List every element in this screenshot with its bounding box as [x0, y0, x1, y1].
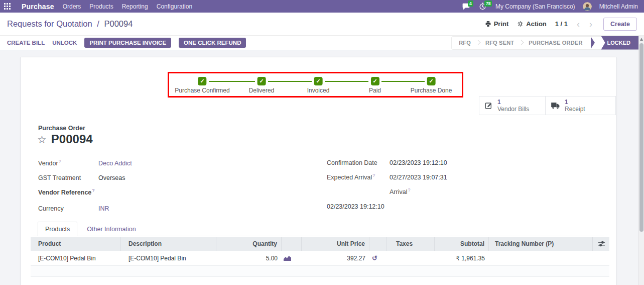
vertical-scrollbar[interactable] [638, 36, 644, 285]
gst-treatment-value[interactable]: Overseas [98, 174, 125, 181]
user-menu[interactable]: Mitchell Admin [599, 3, 638, 10]
form-sheet: ✓ Purchase Confirmed ✓ Delivered ✓ Invoi… [21, 57, 616, 285]
tracker-step-label: Paid [369, 87, 381, 94]
field-currency: Currency INR [38, 201, 309, 216]
order-lines-table: Product Description Quantity Unit Price … [31, 237, 609, 277]
create-button[interactable]: Create [603, 18, 637, 31]
header-quantity-icon-col [282, 237, 302, 251]
field-vendor: Vendor? Deco Addict [38, 156, 309, 170]
receipt-stat-button[interactable]: 1 Receipt [545, 96, 616, 115]
pager-next-icon[interactable]: › [589, 20, 593, 29]
breadcrumb: Requests for Quotation / P00094 [7, 19, 133, 29]
header-description[interactable]: Description [121, 237, 216, 251]
document-type-label: Purchase Order [38, 125, 85, 132]
tracker-line [325, 81, 368, 82]
status-purchase-order[interactable]: PURCHASE ORDER [529, 40, 582, 46]
action-button[interactable]: Action [517, 20, 546, 28]
print-label: Print [494, 20, 509, 28]
vendor-bills-label: Vendor Bills [497, 106, 529, 113]
control-panel-actions: Print Action 1 / 1 ‹ › Create [485, 18, 637, 31]
chevron-right-icon [476, 40, 481, 45]
favorite-star-icon[interactable]: ☆ [37, 134, 47, 145]
tracker-step-delivered[interactable]: ✓ Delivered [249, 73, 275, 94]
status-rfq[interactable]: RFQ [459, 40, 471, 46]
table-row: [E-COM10] Pedal Bin [E-COM10] Pedal Bin … [31, 251, 609, 266]
breadcrumb-current: P00094 [104, 19, 133, 28]
cell-product[interactable]: [E-COM10] Pedal Bin [31, 255, 121, 262]
tracker-step-purchase-done[interactable]: ✓ Purchase Done [411, 73, 452, 94]
unlock-button[interactable]: UNLOCK [52, 40, 77, 46]
tracker-step-label: Invoiced [307, 87, 330, 94]
print-button[interactable]: Print [485, 20, 509, 28]
scrollbar-thumb[interactable] [639, 43, 643, 232]
header-product[interactable]: Product [31, 237, 121, 251]
header-subtotal[interactable]: Subtotal [435, 237, 489, 251]
print-purchase-invoice-button[interactable]: PRINT PURCHASE INVOICE [84, 38, 171, 48]
menu-orders[interactable]: Orders [63, 3, 81, 10]
activities-button[interactable]: 78 [479, 2, 488, 11]
extra-datetime-value[interactable]: 02/23/2023 19:12:10 [327, 203, 384, 210]
field-group-left: Vendor? Deco Addict GST Treatment Overse… [38, 156, 309, 216]
status-rfq-sent[interactable]: RFQ SENT [485, 40, 514, 46]
check-icon: ✓ [198, 77, 206, 85]
cell-subtotal: ₹ 1,961.35 [435, 255, 489, 262]
title-row: ☆ P00094 [37, 132, 93, 146]
check-icon: ✓ [314, 77, 322, 85]
menu-products[interactable]: Products [89, 3, 113, 10]
header-quantity[interactable]: Quantity [216, 237, 282, 251]
help-marker: ? [59, 159, 61, 164]
menu-reporting[interactable]: Reporting [122, 3, 148, 10]
currency-value[interactable]: INR [98, 205, 109, 212]
app-name[interactable]: Purchase [22, 3, 54, 11]
pager-previous-icon[interactable]: ‹ [576, 20, 580, 29]
field-gst-treatment: GST Treatment Overseas [38, 170, 309, 185]
cell-quantity[interactable]: 5.00 [216, 255, 282, 262]
field-vendor-reference: Vendor Reference? [38, 185, 309, 200]
statusbar: RFQ RFQ SENT PURCHASE ORDER LOCKED [451, 36, 638, 50]
header-tracking-number[interactable]: Tracking Number (P) [489, 237, 593, 251]
action-label: Action [526, 20, 546, 28]
currency-label: Currency [38, 205, 98, 212]
help-marker: ? [372, 173, 375, 178]
avatar[interactable] [583, 2, 592, 11]
status-arrow-icon [591, 37, 595, 49]
record-buttons: CREATE BILL UNLOCK PRINT PURCHASE INVOIC… [7, 38, 246, 48]
header-unit-price[interactable]: Unit Price [302, 237, 369, 251]
field-confirmation-date: Confirmation Date 02/23/2023 19:12:10 [327, 155, 600, 170]
tracker-step-paid[interactable]: ✓ Paid [369, 73, 381, 94]
field-arrival: Arrival? [327, 184, 600, 199]
tracker-step-label: Purchase Done [411, 87, 452, 94]
tracker-step-invoiced[interactable]: ✓ Invoiced [307, 73, 330, 94]
company-switcher[interactable]: My Company (San Francisco) [495, 3, 575, 10]
tracker-step-label: Purchase Confirmed [175, 87, 229, 94]
gst-treatment-label: GST Treatment [38, 174, 98, 181]
stat-button-box: 1 Vendor Bills 1 Receipt [479, 96, 616, 115]
receipt-label: Receipt [565, 106, 585, 113]
tracker-step-purchase-confirmed[interactable]: ✓ Purchase Confirmed [175, 73, 229, 94]
cell-description[interactable]: [E-COM10] Pedal Bin [121, 255, 216, 262]
cell-unit-price[interactable]: 392.27 [302, 255, 369, 262]
vendor-bills-stat-button[interactable]: 1 Vendor Bills [479, 96, 546, 115]
tab-products[interactable]: Products [38, 222, 77, 236]
create-bill-button[interactable]: CREATE BILL [7, 40, 45, 46]
vendor-value[interactable]: Deco Addict [98, 160, 132, 167]
optional-columns-button[interactable] [593, 237, 609, 251]
apps-grid-icon[interactable] [4, 2, 13, 11]
field-expected-arrival: Expected Arrival? 02/27/2023 19:07:31 [327, 170, 600, 184]
header-taxes[interactable]: Taxes [387, 237, 435, 251]
vendor-bills-count: 1 [497, 99, 529, 106]
confirmation-date-value[interactable]: 02/23/2023 19:12:10 [390, 159, 447, 166]
arrival-label: Arrival? [390, 187, 410, 196]
breadcrumb-separator: / [97, 19, 99, 28]
scrollbar-up-arrow-icon[interactable] [640, 38, 643, 41]
messages-button[interactable]: 4 [462, 2, 471, 11]
price-history-icon[interactable]: ↺ [369, 254, 387, 262]
header-price-icon-col [369, 237, 387, 251]
one-click-refund-button[interactable]: ONE CLICK REFUND [179, 38, 246, 48]
tab-other-information[interactable]: Other Information [80, 222, 143, 236]
status-locked-active[interactable]: LOCKED [601, 36, 638, 50]
forecast-chart-icon[interactable] [282, 255, 302, 261]
menu-configuration[interactable]: Configuration [157, 3, 192, 10]
breadcrumb-parent[interactable]: Requests for Quotation [7, 19, 92, 28]
expected-arrival-value[interactable]: 02/27/2023 19:07:31 [390, 174, 447, 181]
